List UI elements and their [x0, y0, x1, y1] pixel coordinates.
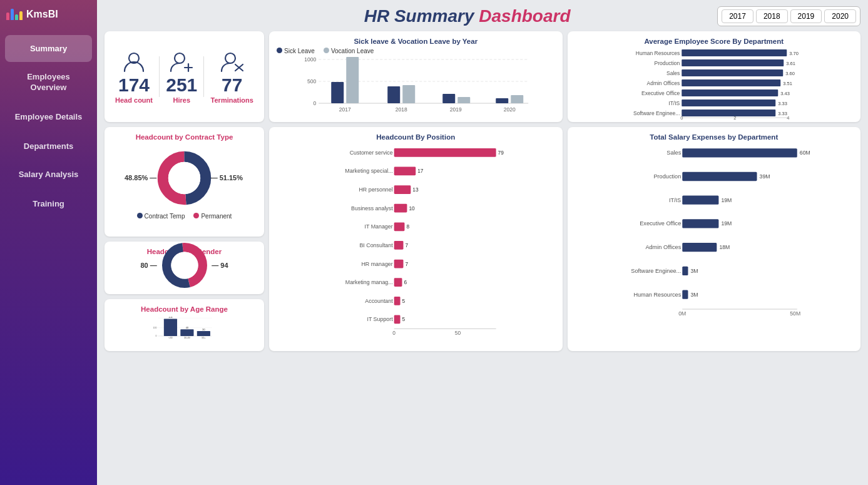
- hc-val: 174: [118, 76, 150, 94]
- female-count-lbl: 80 —: [141, 262, 157, 269]
- age-svg: 100 0 104 40 30 <30: [112, 317, 257, 340]
- hc-icon: [122, 50, 146, 74]
- svg-text:4: 4: [787, 115, 789, 120]
- svg-text:0: 0: [392, 330, 396, 336]
- nav-training[interactable]: Training: [5, 190, 92, 217]
- gender-donut2: [160, 242, 210, 290]
- nav-salary[interactable]: Salary Analysis: [5, 161, 92, 189]
- div1: [159, 56, 160, 97]
- svg-rect-210: [682, 219, 718, 228]
- svg-text:10: 10: [409, 205, 415, 212]
- logo2: KmsBI: [0, 0, 97, 29]
- contract-donut2: [155, 148, 214, 208]
- full-layout: KmsBI Summary Employees Overview Employe…: [0, 0, 868, 485]
- svg-rect-130: [402, 85, 415, 103]
- sidebar2: KmsBI Summary Employees Overview Employe…: [0, 0, 97, 485]
- svg-rect-219: [682, 290, 688, 299]
- svg-rect-134: [511, 95, 523, 103]
- svg-text:50+: 50+: [202, 337, 205, 339]
- svg-text:Executive Office: Executive Office: [640, 220, 681, 227]
- svg-text:30: 30: [202, 328, 205, 330]
- ct-leg2: Permanent: [193, 213, 232, 220]
- svg-rect-171: [394, 167, 416, 176]
- left-col-r3: Headcount by Gender 80 — — 94: [105, 242, 264, 351]
- kpi-hires2: 251 Hires: [166, 50, 197, 104]
- svg-text:Customer service: Customer service: [350, 150, 393, 156]
- svg-text:3.60: 3.60: [785, 71, 795, 76]
- avg-score-title2: Average Employee Score By Department: [575, 38, 854, 45]
- svg-text:19M: 19M: [721, 197, 732, 203]
- svg-text:3.33: 3.33: [778, 101, 787, 106]
- y2018[interactable]: 2018: [756, 9, 788, 23]
- y2017[interactable]: 2017: [722, 9, 753, 23]
- svg-text:Admin Offices: Admin Offices: [646, 80, 680, 86]
- svg-text:500: 500: [307, 78, 316, 84]
- y2019[interactable]: 2019: [790, 9, 822, 23]
- year-filters2: 2017 2018 2019 2020: [717, 6, 860, 26]
- logo-text2: KmsBI: [26, 9, 58, 20]
- nav-departments[interactable]: Departments: [5, 133, 92, 160]
- header2: HR Summary Dashboard 2017 2018 2019 2020: [105, 6, 860, 26]
- sl-dot: [277, 48, 282, 53]
- svg-text:0: 0: [680, 115, 683, 120]
- dash-grid: 174 Head count 251 Hires: [105, 31, 860, 480]
- svg-text:3.70: 3.70: [789, 51, 799, 56]
- svg-rect-213: [682, 243, 717, 252]
- gender-donut-wrap2: 80 — — 94: [160, 242, 210, 290]
- svg-rect-183: [394, 241, 404, 250]
- svg-text:3M: 3M: [690, 268, 698, 274]
- position-svg2: Customer service 79 Marketing special...…: [277, 143, 555, 341]
- term-icon2: [220, 50, 244, 74]
- svg-text:50M: 50M: [790, 310, 800, 317]
- svg-text:Human Resources: Human Resources: [635, 50, 679, 56]
- svg-text:39M: 39M: [759, 173, 770, 180]
- svg-rect-155: [682, 100, 775, 106]
- nav-employee-details[interactable]: Employee Details: [5, 103, 92, 131]
- svg-text:30-49: 30-49: [184, 337, 190, 339]
- svg-text:2: 2: [733, 115, 736, 120]
- svg-text:100: 100: [153, 326, 157, 329]
- svg-text:IT Manager: IT Manager: [364, 223, 392, 230]
- y2020[interactable]: 2020: [824, 9, 856, 23]
- svg-text:3.33: 3.33: [778, 111, 787, 116]
- vl-dot: [324, 48, 329, 53]
- ct-dot1: [137, 213, 143, 218]
- vl-item: Vocation Leave: [324, 48, 374, 54]
- svg-text:Human Resources: Human Resources: [633, 292, 681, 298]
- svg-rect-174: [394, 185, 411, 194]
- nav2: Summary Employees Overview Employee Deta…: [0, 35, 97, 217]
- svg-rect-149: [682, 79, 780, 86]
- svg-text:40: 40: [186, 326, 188, 329]
- svg-rect-131: [442, 94, 455, 103]
- contract-legend2: Contract Temp Permanent: [137, 213, 232, 220]
- hires-val2: 251: [166, 76, 197, 94]
- svg-rect-140: [682, 49, 787, 56]
- svg-text:2019: 2019: [450, 106, 462, 113]
- male-count-lbl: — 94: [212, 262, 228, 269]
- nav-employees-overview[interactable]: Employees Overview: [5, 63, 92, 102]
- svg-text:0: 0: [314, 100, 317, 106]
- svg-rect-235: [180, 329, 193, 336]
- nav-summary[interactable]: Summary: [5, 35, 92, 62]
- svg-text:BI Consultant: BI Consultant: [359, 242, 393, 248]
- svg-text:60M: 60M: [799, 150, 810, 156]
- svg-text:8: 8: [406, 223, 409, 230]
- svg-point-226: [171, 252, 198, 279]
- term-val2: 77: [222, 76, 242, 94]
- svg-text:Marketing special...: Marketing special...: [345, 168, 392, 174]
- svg-rect-128: [346, 57, 359, 103]
- svg-text:2020: 2020: [504, 106, 516, 113]
- kpi-term2: 77 Terminations: [211, 50, 253, 104]
- logo-b4: [19, 11, 23, 20]
- svg-text:<30: <30: [168, 337, 172, 339]
- svg-text:HR personnel: HR personnel: [359, 186, 392, 193]
- kpi-card2: 174 Head count 251 Hires: [105, 31, 264, 122]
- svg-text:5: 5: [402, 316, 406, 322]
- svg-text:IT/IS: IT/IS: [668, 197, 680, 203]
- svg-rect-146: [682, 69, 783, 76]
- svg-text:Accountant: Accountant: [365, 298, 393, 304]
- svg-point-115: [175, 53, 185, 63]
- svg-text:3M: 3M: [690, 292, 698, 298]
- main2: HR Summary Dashboard 2017 2018 2019 2020…: [97, 0, 868, 485]
- logo-b1: [6, 13, 9, 20]
